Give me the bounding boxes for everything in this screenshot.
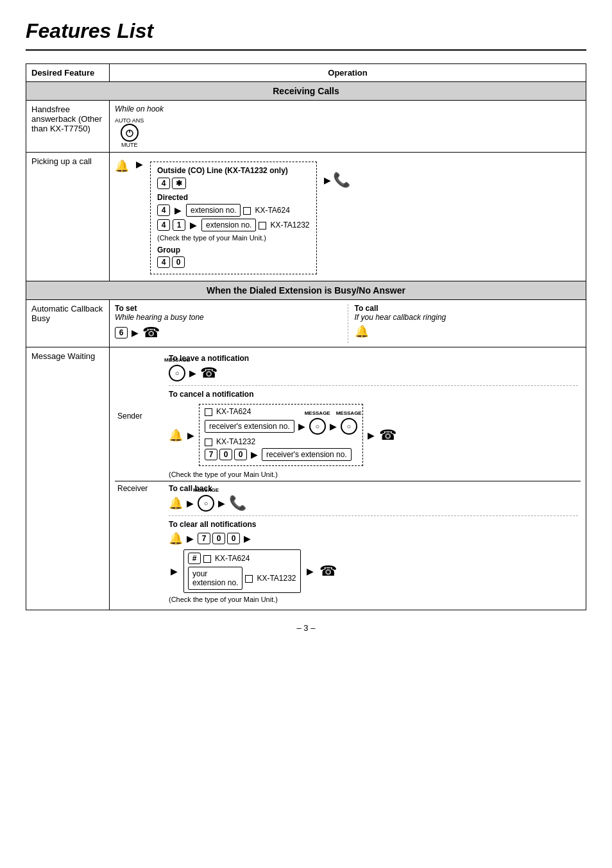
clear-bracket: # KX-TA624 yourextension no. KX-TA1232 <box>183 549 301 593</box>
sender-row: Sender To leave a notification MESSAGE ○… <box>115 351 581 481</box>
cb-624-cancel <box>205 407 214 416</box>
bell-callback-icon: 🔔 <box>169 496 183 510</box>
directed-624-row: 4 ▶ extension no. KX-TA624 <box>157 204 310 217</box>
sender-receiver-table: Sender To leave a notification MESSAGE ○… <box>115 351 581 606</box>
pickup-dashed-box: Outside (CO) Line (KX-TA1232 only) 4 ✱ D… <box>150 162 317 274</box>
op-handsfree: While on hook AUTO ANS MUTE <box>110 101 586 153</box>
msg-label-c2: MESSAGE <box>336 410 362 416</box>
feature-callback: Automatic Callback Busy <box>26 300 110 347</box>
auto-ans-label: AUTO ANS <box>115 117 144 124</box>
outside-co-row: 4 ✱ <box>157 178 310 189</box>
msg-label-c1: MESSAGE <box>305 410 330 416</box>
key-0-c1: 0 <box>219 449 232 460</box>
msg-btn-cancel2: MESSAGE ○ <box>341 418 357 435</box>
key-0-c2: 0 <box>234 449 247 460</box>
key-1-d2: 1 <box>173 219 185 231</box>
clear-ext-row: yourextension no. KX-TA1232 <box>188 567 296 590</box>
handset-clear-icon: ☎ <box>319 563 337 580</box>
bell-clear-icon: 🔔 <box>169 531 183 546</box>
msg-circle-c2: ○ <box>341 418 357 435</box>
kx-ta1232-cancel: KX-TA1232 <box>216 437 255 446</box>
clear-row-2: ▶ # KX-TA624 yourextension no. <box>169 549 578 593</box>
arrow-msg1: ▶ <box>298 421 305 431</box>
title-divider <box>26 49 586 51</box>
op-pickup: 🔔 ▶ Outside (CO) Line (KX-TA1232 only) 4… <box>110 153 586 281</box>
arrow-msg2: ▶ <box>330 421 337 431</box>
key-7-c: 7 <box>205 449 217 460</box>
sender-ops-cell: To leave a notification MESSAGE ○ ▶ ☎ <box>166 351 581 481</box>
bell-icon: 🔔 <box>115 159 129 173</box>
auto-ans-button-icon: AUTO ANS MUTE <box>115 117 144 148</box>
cancel-1232-row: KX-TA1232 <box>205 437 357 446</box>
to-clear-label: To clear all notifications <box>169 520 578 529</box>
arrow1: ▶ <box>136 159 143 169</box>
section-busy-no-answer: When the Dialed Extension is Busy/No Ans… <box>26 281 586 300</box>
callback-set-col: To set While hearing a busy tone 6 ▶ ☎ <box>115 304 348 343</box>
arrow-recv-ext: ▶ <box>251 449 258 460</box>
check-main-unit-1: (Check the type of your Main Unit.) <box>157 234 310 242</box>
cancel-1232-keys: 7 0 0 ▶ receiver's extension no. <box>205 448 357 461</box>
bell-cb-icon: 🔔 <box>355 324 369 338</box>
callback-call-row: 🔔 <box>355 324 581 338</box>
arrow-cancel-1: ▶ <box>187 430 194 440</box>
clear-row-1: 🔔 ▶ 7 0 0 ▶ <box>169 531 578 546</box>
phone-answer-icon: 📞 <box>333 172 350 188</box>
key-0-cl2: 0 <box>227 533 240 544</box>
cb-ta624-clear <box>203 554 212 563</box>
arrow-clear2: ▶ <box>244 533 251 544</box>
directed-1232-row: 4 1 ▶ extension no. KX-TA1232 <box>157 219 310 231</box>
msg-label-cb: MESSAGE <box>193 487 219 493</box>
mute-label: MUTE <box>121 142 138 148</box>
features-table: Desired Feature Operation Receiving Call… <box>26 63 586 610</box>
arrow-cb1: ▶ <box>187 498 194 508</box>
arrow-clear4: ▶ <box>307 566 314 576</box>
sender-label: Sender <box>117 412 142 421</box>
to-leave-label: To leave a notification <box>169 354 578 363</box>
callback-call-col: To call If you hear callback ringing 🔔 <box>348 304 581 343</box>
op-callback: To set While hearing a busy tone 6 ▶ ☎ T… <box>110 300 586 347</box>
arrow-clear3: ▶ <box>171 566 178 576</box>
key-hash: # <box>188 553 201 564</box>
msg-btn-cb: MESSAGE ○ <box>198 495 214 512</box>
msg-circle-c1: ○ <box>309 418 326 435</box>
arrow-leave: ▶ <box>189 368 196 378</box>
check-main-3: (Check the type of your Main Unit.) <box>169 596 578 603</box>
cancel-ext-row: receiver's extension no. ▶ MESSAGE ○ ▶ <box>205 418 357 435</box>
row-pickup: Picking up a call 🔔 ▶ Outside (CO) Line … <box>26 153 586 281</box>
cb-1232-cancel <box>205 437 214 446</box>
col1-header: Desired Feature <box>26 64 110 82</box>
to-set-label: To set <box>115 304 341 313</box>
kx-ta1232-clear: KX-TA1232 <box>257 574 296 583</box>
arrow-result: ▶ <box>324 175 331 185</box>
msg-label-leave: MESSAGE <box>164 357 190 363</box>
outside-co-label: Outside (CO) Line (KX-TA1232 only) <box>157 166 310 175</box>
leave-notif-row: MESSAGE ○ ▶ ☎ <box>169 365 578 381</box>
receiver-label-cell: Receiver <box>115 481 166 606</box>
msg-circle-leave: ○ <box>169 365 185 381</box>
arrow-cancel-end: ▶ <box>368 430 375 440</box>
key-7-cl: 7 <box>198 533 210 544</box>
handset-cancel-icon: ☎ <box>379 427 396 444</box>
col2-header: Operation <box>110 64 586 82</box>
call-back-row: 🔔 ▶ MESSAGE ○ ▶ 📞 <box>169 495 578 512</box>
msg-btn-leave: MESSAGE ○ <box>169 365 185 381</box>
cb-1232 <box>259 221 268 230</box>
cancel-dashed: KX-TA624 receiver's extension no. ▶ MESS… <box>199 404 363 466</box>
while-on-hook-label: While on hook <box>115 104 581 113</box>
recv-ext-no-1232: receiver's extension no. <box>262 448 352 461</box>
receiver-ops-cell: To call back 🔔 ▶ MESSAGE ○ ▶ 📞 <box>166 481 581 606</box>
row-message-waiting: Message Waiting Sender To leave a notifi… <box>26 347 586 610</box>
op-message-waiting: Sender To leave a notification MESSAGE ○… <box>110 347 586 610</box>
key-0-g: 0 <box>172 256 185 268</box>
callback-set-row: 6 ▶ ☎ <box>115 324 341 341</box>
arrow-d1: ▶ <box>174 205 182 215</box>
msg-circle-cb: ○ <box>198 495 214 512</box>
row-callback-busy: Automatic Callback Busy To set While hea… <box>26 300 586 347</box>
feature-pickup: Picking up a call <box>26 153 110 281</box>
arrow-cb2: ▶ <box>218 498 225 508</box>
your-ext-no: yourextension no. <box>188 567 242 590</box>
key-4-co: 4 <box>157 178 170 189</box>
kx-ta624-cancel: KX-TA624 <box>216 407 251 416</box>
row-handsfree: Handsfree answerback (Other than KX-T775… <box>26 101 586 153</box>
recv-ext-no: receiver's extension no. <box>205 420 294 433</box>
